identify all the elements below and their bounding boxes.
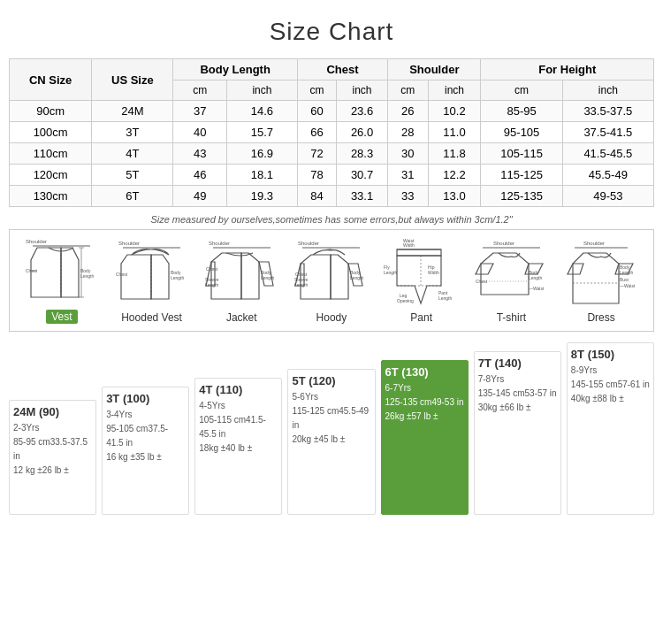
diagram-dress: Shoulder Body Length Bust —Waist Dress [560, 237, 644, 324]
hooded-vest-svg: Shoulder Chest Body Length [114, 237, 189, 308]
size-card-5t: 5T (120) 5-6Yrs115-125 cm45.5-49 in20kg … [287, 369, 375, 515]
cell-bl-cm: 46 [173, 165, 226, 186]
cell-bl-in: 15.7 [226, 122, 297, 143]
card-title-5t: 5T (120) [292, 374, 370, 387]
cell-sh-cm: 30 [388, 143, 428, 165]
svg-text:Shoulder: Shoulder [26, 239, 47, 244]
cell-fh-in: 49-53 [562, 186, 653, 207]
cell-fh-cm: 95-105 [481, 122, 562, 143]
diagram-hoody: Shoulder Chest Body Length Sleeve Length… [289, 237, 373, 324]
card-sub-4t: 4-5Yrs105-115 cm41.5-45.5 in18kg ±40 lb … [199, 399, 278, 456]
svg-text:Chest: Chest [116, 272, 128, 277]
cell-ch-cm: 66 [297, 122, 336, 143]
cell-cn-size: 130cm [10, 186, 92, 207]
cell-cn-size: 100cm [10, 122, 92, 143]
svg-text:Shoulder: Shoulder [118, 241, 140, 246]
cell-bl-in: 16.9 [226, 143, 297, 165]
cell-us-size: 6T [92, 186, 173, 207]
cell-cn-size: 90cm [10, 101, 92, 122]
cell-sh-in: 10.2 [428, 101, 481, 122]
header-shoulder: Shoulder [388, 59, 481, 80]
size-card-7t: 7T (140) 7-8Yrs135-145 cm53-57 in30kg ±6… [474, 351, 561, 515]
cell-sh-cm: 26 [388, 101, 428, 122]
diagram-hooded-vest: Shoulder Chest Body Length Hooded Vest [110, 237, 194, 324]
size-card-6t: 6T (130) 6-7Yrs125-135 cm49-53 in26kg ±5… [381, 360, 469, 515]
size-cards-section: 24M (90) 2-3Yrs85-95 cm33.5-37.5 in12 kg… [9, 342, 654, 515]
card-title-8t: 8T (150) [571, 348, 650, 361]
card-sub-8t: 8-9Yrs145-155 cm57-61 in40kg ±88 lb ± [571, 364, 650, 406]
cell-ch-cm: 60 [297, 101, 336, 122]
vest-svg: Shoulder Chest Body Length [24, 235, 99, 306]
cell-sh-cm: 28 [388, 122, 428, 143]
cell-sh-in: 11.8 [428, 143, 481, 165]
card-title-4t: 4T (110) [199, 383, 278, 396]
header-chest: Chest [297, 59, 387, 80]
cell-fh-cm: 125-135 [481, 186, 562, 207]
svg-text:Length: Length [438, 295, 453, 301]
header-for-height: For Height [481, 59, 654, 80]
size-chart-table: CN Size US Size Body Length Chest Should… [9, 58, 654, 207]
table-row: 110cm 4T 43 16.9 72 28.3 30 11.8 105-115… [10, 143, 654, 165]
cell-us-size: 5T [92, 165, 173, 186]
svg-text:Length: Length [205, 282, 219, 288]
svg-text:Shoulder: Shoulder [209, 241, 230, 246]
jacket-svg: Shoulder Chest Body Length Sleeve Length [204, 237, 279, 308]
subheader-ch-inch: inch [336, 80, 387, 101]
cell-fh-cm: 115-125 [481, 165, 562, 186]
cell-bl-cm: 49 [173, 186, 226, 207]
cell-sh-in: 13.0 [428, 186, 481, 207]
card-title-3t: 3T (100) [106, 392, 185, 405]
subheader-fh-inch: inch [562, 80, 653, 101]
svg-text:Bust: Bust [620, 277, 629, 282]
cell-ch-cm: 84 [297, 186, 336, 207]
card-sub-24m: 2-3Yrs85-95 cm33.5-37.5 in12 kg ±26 lb ± [13, 421, 92, 478]
table-row: 100cm 3T 40 15.7 66 26.0 28 11.0 95-105 … [10, 122, 654, 143]
svg-text:Shoulder: Shoulder [583, 241, 605, 246]
cell-cn-size: 120cm [10, 165, 92, 186]
cell-us-size: 4T [92, 143, 173, 165]
table-row: 90cm 24M 37 14.6 60 23.6 26 10.2 85-95 3… [10, 101, 654, 122]
subheader-bl-cm: cm [173, 80, 226, 101]
svg-text:Length: Length [350, 275, 364, 280]
card-title-6t: 6T (130) [385, 365, 464, 379]
diagrams-row: Shoulder Chest Body Length Vest [17, 235, 646, 324]
cell-bl-cm: 37 [173, 101, 226, 122]
cell-bl-in: 14.6 [226, 101, 297, 122]
diagram-tshirt: Shoulder Body Length Chest —Waist T-shir… [469, 237, 553, 324]
cell-cn-size: 110cm [10, 143, 92, 165]
svg-rect-33 [397, 249, 441, 256]
svg-text:Shoulder: Shoulder [493, 241, 514, 246]
header-us-size: US Size [92, 59, 173, 101]
cell-fh-in: 37.5-41.5 [562, 122, 653, 143]
header-cn-size: CN Size [10, 59, 92, 101]
svg-text:Chest: Chest [206, 266, 218, 272]
diagram-jacket: Shoulder Chest Body Length Sleeve Length… [200, 237, 284, 324]
svg-text:Length: Length [384, 270, 398, 275]
cell-sh-cm: 31 [388, 165, 428, 186]
card-sub-5t: 5-6Yrs115-125 cm45.5-49 in20kg ±45 lb ± [292, 390, 370, 447]
dress-label: Dress [587, 311, 614, 324]
cell-bl-in: 19.3 [226, 186, 297, 207]
card-sub-7t: 7-8Yrs135-145 cm53-57 in30kg ±66 lb ± [478, 372, 557, 415]
svg-text:Length: Length [294, 282, 309, 288]
cell-ch-in: 23.6 [336, 101, 387, 122]
measurement-note: Size measured by ourselves,sometimes has… [9, 214, 654, 225]
subheader-ch-cm: cm [297, 80, 336, 101]
cell-fh-in: 41.5-45.5 [562, 143, 653, 165]
cell-fh-cm: 85-95 [481, 101, 562, 122]
jacket-label: Jacket [226, 311, 257, 324]
svg-text:Width: Width [428, 270, 439, 275]
cell-bl-cm: 40 [173, 122, 226, 143]
card-sub-6t: 6-7Yrs125-135 cm49-53 in26kg ±57 lb ± [385, 381, 464, 424]
svg-text:Width: Width [403, 242, 415, 248]
diagram-vest: Shoulder Chest Body Length Vest [19, 235, 103, 324]
vest-label: Vest [46, 310, 77, 324]
svg-text:Length: Length [80, 273, 95, 279]
cell-bl-cm: 43 [173, 143, 226, 165]
subheader-bl-inch: inch [226, 80, 297, 101]
svg-text:Length: Length [529, 275, 543, 280]
cell-ch-in: 26.0 [336, 122, 387, 143]
page-title: Size Chart [9, 18, 654, 46]
hoody-label: Hoody [316, 311, 347, 324]
size-card-8t: 8T (150) 8-9Yrs145-155 cm57-61 in40kg ±8… [567, 342, 654, 515]
